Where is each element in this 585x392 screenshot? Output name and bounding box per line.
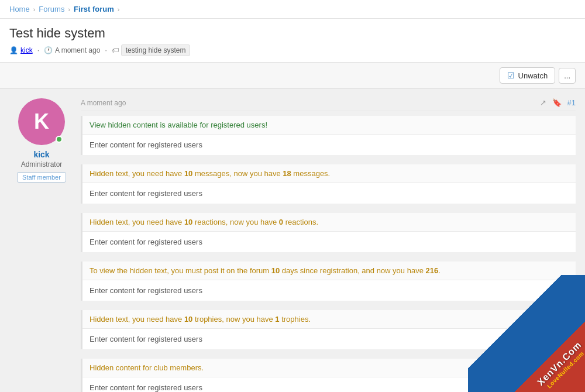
post-header: A moment ago ↗ 🔖 #1 [81, 98, 576, 111]
hidden-notice-3-mid: reactions, now you have [192, 218, 278, 226]
meta-timestamp: A moment ago [55, 46, 100, 54]
hidden-notice-2-num1: 10 [184, 169, 192, 178]
hidden-notice-5-prefix: Hidden text, you need have [90, 315, 184, 324]
breadcrumb-home[interactable]: Home [9, 5, 30, 13]
breadcrumb-first-forum[interactable]: First forum [74, 5, 114, 13]
breadcrumb-sep-3: › [118, 6, 120, 13]
hidden-content-3: Enter content for registered users [82, 232, 576, 252]
checkbox-icon: ☑ [507, 71, 515, 80]
hidden-notice-2-suffix: messages. [291, 169, 330, 178]
staff-badge: Staff member [17, 172, 66, 183]
hidden-content-6: Enter content for registered users [82, 377, 576, 392]
hidden-block-6: Hidden content for club members. Enter c… [81, 359, 576, 392]
avatar-wrap: K [18, 98, 65, 145]
hidden-notice-4-num2: 216 [426, 266, 439, 275]
hidden-content-5: Enter content for registered users [82, 329, 576, 349]
hidden-notice-3-num1: 10 [184, 218, 192, 226]
post-number: #1 [567, 98, 576, 107]
hidden-notice-1: View hidden content is available for reg… [82, 116, 576, 135]
hidden-notice-4-prefix: To view the hidden text, you must post i… [90, 266, 271, 275]
hidden-notice-5: Hidden text, you need have 10 trophies, … [82, 310, 576, 329]
username[interactable]: kick [9, 150, 74, 159]
breadcrumb-sep-1: › [33, 6, 36, 13]
hidden-notice-2-prefix: Hidden text, you need have [90, 169, 184, 178]
bookmark-icon[interactable]: 🔖 [552, 98, 562, 107]
hidden-notice-3-num2: 0 [279, 218, 283, 226]
hidden-block-3: Hidden text, you need have 10 reactions,… [81, 213, 576, 252]
post-area: A moment ago ↗ 🔖 #1 View hidden content … [81, 98, 576, 392]
page-meta: 👤 kick · 🕐 A moment ago · 🏷 testing hide… [9, 44, 576, 56]
hidden-notice-2-mid: messages, now you have [192, 169, 283, 178]
unwatch-label: Unwatch [518, 71, 548, 80]
meta-sep-2: · [105, 46, 106, 54]
tag-meta-icon: 🏷 [112, 46, 119, 54]
hidden-notice-4: To view the hidden text, you must post i… [82, 262, 576, 280]
user-role: Administrator [9, 160, 74, 169]
breadcrumb-sep-2: › [68, 6, 70, 13]
hidden-notice-5-num1: 10 [184, 315, 192, 324]
hidden-notice-5-mid: trophies, now you have [192, 315, 275, 324]
page-header: Test hide system 👤 kick · 🕐 A moment ago… [0, 19, 585, 63]
hidden-block-4: To view the hidden text, you must post i… [81, 262, 576, 301]
hidden-content-2: Enter content for registered users [82, 183, 576, 204]
meta-tag-wrap: 🏷 testing hide system [112, 44, 191, 56]
hidden-notice-4-mid: days since registration, and now you hav… [280, 266, 425, 275]
hidden-content-1: Enter content for registered users [82, 135, 576, 155]
unwatch-button[interactable]: ☑ Unwatch [500, 67, 556, 84]
hidden-notice-6-prefix: Hidden content for club members. [90, 363, 204, 372]
share-icon[interactable]: ↗ [540, 98, 546, 107]
hidden-notice-2-num2: 18 [283, 169, 291, 178]
action-bar: ☑ Unwatch ... [0, 63, 585, 89]
meta-time: 🕐 A moment ago [44, 46, 100, 54]
hidden-notice-3: Hidden text, you need have 10 reactions,… [82, 213, 576, 232]
user-sidebar: K kick Administrator Staff member [9, 98, 74, 392]
meta-username-link[interactable]: kick [20, 46, 33, 54]
online-indicator [56, 136, 63, 143]
page-title: Test hide system [9, 26, 576, 41]
hidden-notice-2: Hidden text, you need have 10 messages, … [82, 164, 576, 183]
hidden-notice-1-text: View hidden content is available for reg… [90, 121, 267, 129]
post-actions: ↗ 🔖 #1 [540, 98, 576, 107]
clock-meta-icon: 🕐 [44, 46, 53, 54]
meta-user: 👤 kick [9, 46, 33, 54]
breadcrumb: Home › Forums › First forum › [0, 0, 585, 19]
hidden-block-5: Hidden text, you need have 10 trophies, … [81, 310, 576, 349]
hidden-content-4: Enter content for registered users [82, 280, 576, 301]
breadcrumb-forums[interactable]: Forums [39, 5, 64, 13]
more-options-button[interactable]: ... [559, 68, 576, 84]
hidden-block-2: Hidden text, you need have 10 messages, … [81, 164, 576, 204]
hidden-block-1: View hidden content is available for reg… [81, 116, 576, 155]
hidden-notice-4-num1: 10 [271, 266, 280, 275]
main-content: K kick Administrator Staff member A mome… [0, 89, 585, 392]
post-time: A moment ago [81, 99, 126, 107]
hidden-notice-5-num2: 1 [275, 315, 279, 324]
hidden-notice-4-suffix: . [438, 266, 441, 275]
hidden-notice-6: Hidden content for club members. [82, 359, 576, 377]
hidden-notice-5-suffix: trophies. [280, 315, 311, 324]
meta-sep-1: · [37, 46, 39, 54]
user-meta-icon: 👤 [9, 46, 18, 54]
hidden-notice-3-prefix: Hidden text, you need have [90, 218, 184, 226]
meta-tag: testing hide system [121, 44, 191, 56]
hidden-notice-3-suffix: reactions. [283, 218, 318, 226]
